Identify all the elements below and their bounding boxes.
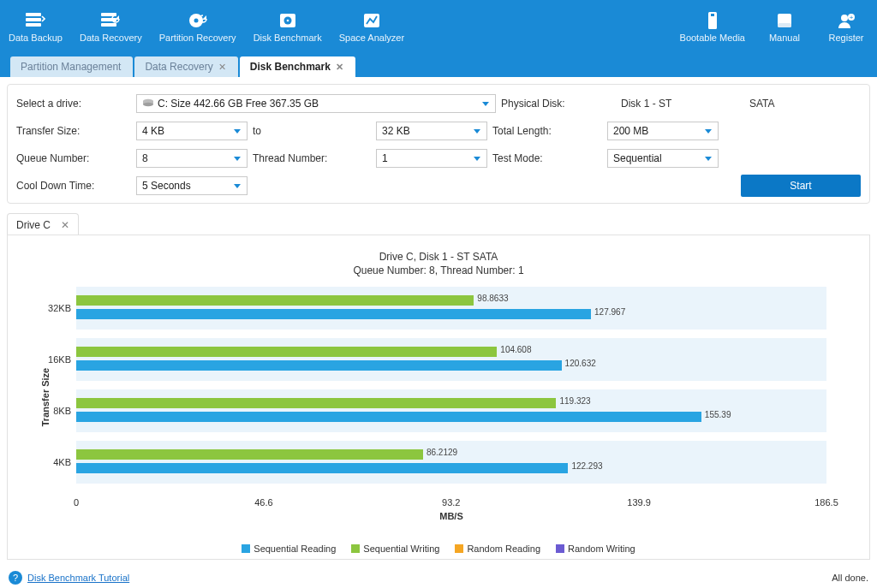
- toolbar-space-analyzer[interactable]: Space Analyzer: [331, 0, 413, 53]
- legend-item: Sequential Reading: [242, 543, 336, 554]
- svg-marker-27: [705, 129, 712, 134]
- toolbar-right-group: Bootable Media Manual + Register: [671, 0, 877, 53]
- svg-rect-1: [26, 18, 41, 21]
- label-thread-number: Thread Number:: [248, 152, 376, 164]
- close-icon[interactable]: ✕: [336, 62, 343, 73]
- toolbar-register[interactable]: + Register: [815, 0, 877, 53]
- physical-disk-name: Disk 1 - ST: [616, 98, 744, 110]
- cooldown-select[interactable]: 5 Seconds: [136, 176, 248, 195]
- chart-xtick: 93.2: [442, 497, 460, 508]
- close-icon[interactable]: ✕: [218, 62, 226, 73]
- legend-swatch-icon: [556, 544, 564, 553]
- bar-value-label: 122.293: [571, 461, 602, 471]
- toolbar-data-recovery[interactable]: Data Recovery: [71, 0, 151, 53]
- result-tab-drive-c[interactable]: Drive C ✕: [7, 213, 79, 235]
- svg-point-12: [286, 20, 289, 22]
- queue-number-select[interactable]: 8: [136, 149, 248, 168]
- disk-benchmark-icon: [276, 10, 300, 31]
- test-mode-select[interactable]: Sequential: [607, 149, 719, 168]
- label-queue-number: Queue Number:: [16, 152, 136, 164]
- label-to: to: [248, 125, 376, 137]
- data-backup-icon: [23, 10, 47, 31]
- main-tabstrip: Partition Management Data Recovery ✕ Dis…: [0, 53, 877, 77]
- tab-disk-benchmark[interactable]: Disk Benchmark ✕: [240, 56, 355, 77]
- chevron-down-icon: [471, 152, 483, 164]
- chart-plot-area: 32KB98.8633127.96716KB104.608120.6328KB1…: [76, 287, 826, 492]
- toolbar-data-backup[interactable]: Data Backup: [0, 0, 71, 53]
- chart-title: Drive C, Disk 1 - ST SATA: [16, 251, 861, 263]
- chevron-down-icon: [702, 125, 714, 137]
- chart-xtick: 46.6: [254, 497, 272, 508]
- combo-value: 32 KB: [382, 125, 410, 137]
- label-physical-disk: Physical Disk:: [496, 98, 616, 110]
- bar-value-label: 127.967: [594, 307, 625, 317]
- bar-value-label: 104.608: [500, 345, 531, 354]
- thread-number-select[interactable]: 1: [376, 149, 487, 168]
- data-recovery-icon: [98, 10, 122, 31]
- tab-data-recovery[interactable]: Data Recovery ✕: [134, 56, 237, 77]
- svg-rect-5: [101, 23, 116, 27]
- transfer-size-to[interactable]: 32 KB: [376, 122, 487, 140]
- bar-sequential-writing: [76, 347, 497, 357]
- toolbar-partition-recovery[interactable]: Partition Recovery: [151, 0, 245, 53]
- tab-partition-management[interactable]: Partition Management: [10, 56, 133, 77]
- combo-value: 5 Seconds: [142, 180, 191, 192]
- bar-value-label: 120.632: [565, 359, 596, 368]
- help-icon[interactable]: ?: [9, 571, 22, 585]
- legend-item: Random Reading: [455, 543, 540, 554]
- toolbar-label: Register: [829, 33, 864, 43]
- combo-value: 4 KB: [142, 125, 164, 137]
- svg-marker-26: [474, 129, 480, 134]
- bar-sequential-writing: [76, 295, 474, 306]
- chart-ytick: 32KB: [45, 303, 71, 313]
- label-transfer-size: Transfer Size:: [16, 125, 136, 137]
- bar-value-label: 86.2129: [427, 448, 457, 457]
- partition-recovery-icon: [186, 10, 210, 31]
- toolbar-label: Partition Recovery: [159, 33, 236, 43]
- toolbar-disk-benchmark[interactable]: Disk Benchmark: [245, 0, 331, 53]
- toolbar-bootable-media[interactable]: Bootable Media: [671, 0, 754, 53]
- chevron-down-icon: [231, 152, 243, 164]
- label-total-length: Total Length:: [487, 125, 607, 137]
- combo-value: 1: [382, 152, 388, 164]
- physical-disk-interface: SATA: [744, 98, 775, 110]
- legend-item: Random Writing: [556, 543, 635, 554]
- close-icon[interactable]: ✕: [61, 219, 69, 231]
- drive-select[interactable]: C: Size 442.66 GB Free 367.35 GB: [136, 94, 496, 113]
- transfer-size-from[interactable]: 4 KB: [136, 122, 248, 140]
- chart-yaxis-label: Transfer Size: [40, 368, 51, 426]
- chevron-down-icon: [471, 125, 483, 137]
- manual-icon: [773, 10, 796, 31]
- legend-swatch-icon: [242, 544, 250, 553]
- toolbar-left-group: Data Backup Data Recovery Partition Reco…: [0, 0, 413, 53]
- label-test-mode: Test Mode:: [487, 152, 607, 164]
- svg-rect-2: [26, 23, 41, 27]
- chevron-down-icon: [231, 180, 243, 192]
- total-length-select[interactable]: 200 MB: [607, 122, 719, 140]
- start-button-label: Start: [790, 180, 811, 192]
- svg-marker-30: [705, 157, 712, 161]
- svg-text:+: +: [850, 14, 854, 21]
- start-button[interactable]: Start: [741, 175, 861, 197]
- toolbar-manual[interactable]: Manual: [754, 0, 815, 53]
- result-tab-label: Drive C: [16, 219, 51, 231]
- bar-sequential-writing: [76, 398, 556, 408]
- bar-sequential-reading: [76, 412, 701, 422]
- chevron-down-icon: [231, 125, 243, 137]
- tutorial-link[interactable]: Disk Benchmark Tutorial: [27, 573, 129, 583]
- label-select-drive: Select a drive:: [16, 98, 136, 110]
- bar-sequential-reading: [76, 309, 591, 319]
- drive-select-value: C: Size 442.66 GB Free 367.35 GB: [158, 98, 319, 110]
- svg-point-23: [143, 103, 153, 106]
- status-bar: ? Disk Benchmark Tutorial All done.: [0, 567, 877, 588]
- combo-value: 200 MB: [613, 125, 648, 137]
- top-toolbar: Data Backup Data Recovery Partition Reco…: [0, 0, 877, 53]
- chart-ytick: 4KB: [45, 457, 71, 467]
- toolbar-label: Data Backup: [9, 33, 63, 43]
- bootable-media-icon: [701, 10, 725, 31]
- chart-xtick: 186.5: [814, 497, 838, 508]
- bar-value-label: 119.323: [559, 396, 590, 406]
- legend-swatch-icon: [351, 544, 360, 553]
- svg-marker-29: [474, 157, 480, 161]
- toolbar-label: Bootable Media: [680, 33, 745, 43]
